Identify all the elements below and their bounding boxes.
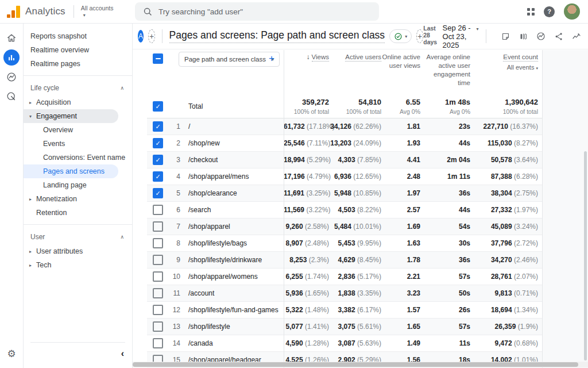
analytics-logo-icon	[7, 5, 20, 18]
table-row[interactable]: 7 /shop/apparel 9,260 (2.58%) 5,484 (10.…	[147, 218, 542, 235]
row-checkbox[interactable]	[153, 121, 163, 132]
row-page-path: /shop/lifestyle	[180, 323, 284, 331]
expand-arrow-icon[interactable]: ▸	[28, 100, 33, 105]
table-row[interactable]: 8 /shop/lifestyle/bags 8,907 (2.48%) 5,4…	[147, 235, 542, 252]
column-header-views[interactable]: ↓Views	[284, 53, 329, 87]
app-name: Analytics	[25, 6, 65, 17]
row-checkbox[interactable]	[153, 221, 163, 232]
row-rank: 9	[168, 256, 180, 264]
explore-icon[interactable]	[0, 67, 23, 87]
search-placeholder: Try searching "add user"	[158, 7, 243, 16]
table-row[interactable]: 6 /search 11,569 (3.22%) 4,503 (8.22%) 2…	[147, 202, 542, 218]
sidebar-item-conversions-event-name[interactable]: Conversions: Event name	[24, 151, 132, 164]
row-rank: 2	[168, 139, 180, 147]
column-header-avg-engagement-time[interactable]: Average online active user engagement ti…	[420, 53, 470, 87]
row-rank: 8	[168, 239, 180, 247]
collapse-sidebar-icon[interactable]: ‹	[121, 348, 124, 359]
reports-icon[interactable]	[0, 48, 23, 67]
verified-badge[interactable]: ▾	[389, 29, 412, 43]
column-header-online-active-user-views[interactable]: Online active user views	[381, 53, 420, 87]
table-row[interactable]: 4 /shop/apparel/mens 17,196 (4.79%) 6,93…	[147, 168, 542, 185]
sidebar-item-monetization[interactable]: ▸ Monetization	[24, 192, 132, 206]
sidebar-item-acquisition[interactable]: ▸ Acquisition	[24, 95, 132, 109]
customize-report-icon[interactable]	[571, 30, 582, 42]
row-checkbox[interactable]	[153, 171, 163, 182]
row-rank: 7	[168, 223, 180, 231]
expand-arrow-icon[interactable]: ▸	[28, 197, 33, 202]
apps-grid-icon[interactable]	[527, 8, 535, 16]
expand-arrow-icon[interactable]: ▸	[28, 263, 33, 268]
row-page-path: /canada	[180, 339, 284, 347]
row-checkbox[interactable]	[153, 188, 163, 198]
user-avatar[interactable]	[564, 3, 580, 20]
advertising-icon[interactable]	[0, 87, 23, 106]
comparison-icon[interactable]	[517, 30, 529, 42]
sidebar-item-overview[interactable]: Overview	[24, 123, 132, 137]
sidebar-item-retention[interactable]: Retention	[24, 206, 132, 220]
table-row[interactable]: 9 /shop/lifestyle/drinkware 8,253 (2.3%)…	[147, 252, 542, 269]
sidebar-divider	[30, 342, 125, 343]
row-checkbox[interactable]	[153, 305, 163, 315]
vertical-scrollbar[interactable]	[584, 151, 587, 361]
totals-checkbox[interactable]	[153, 101, 163, 112]
insights-icon[interactable]	[535, 30, 547, 42]
row-checkbox[interactable]	[153, 138, 163, 148]
sidebar-item-tech[interactable]: ▸ Tech	[24, 258, 132, 272]
sidebar-item-reports-snapshot[interactable]: Reports snapshot	[24, 29, 132, 43]
home-icon[interactable]	[0, 28, 23, 48]
main-content: A + Pages and screens: Page path and scr…	[133, 24, 588, 368]
chevron-down-icon: ▾	[405, 34, 407, 39]
notes-icon[interactable]	[500, 30, 511, 42]
sidebar-item-realtime-pages[interactable]: Realtime pages	[24, 57, 132, 71]
table-row[interactable]: 5 /shop/clearance 11,691 (3.25%) 5,948 (…	[147, 185, 542, 202]
sidebar-item-life-cycle[interactable]: Life cycle ∧	[24, 80, 132, 95]
event-filter-dropdown[interactable]: All events ▾	[470, 63, 538, 72]
table-row[interactable]: 12 /shop/lifestyle/fun-and-games 5,322 (…	[147, 302, 542, 319]
table-row[interactable]: 14 /canada 4,590 (1.28%) 3,087 (5.63%) 1…	[147, 335, 542, 352]
table-row[interactable]: 13 /shop/lifestyle 5,077 (1.41%) 3,075 (…	[147, 319, 542, 335]
row-checkbox[interactable]	[153, 255, 163, 265]
admin-gear-icon[interactable]: ⚙	[0, 348, 23, 360]
row-checkbox[interactable]	[153, 238, 163, 248]
sidebar-item-user-attributes[interactable]: ▸ User attributes	[24, 244, 132, 258]
property-avatar[interactable]: A	[138, 30, 144, 43]
sidebar-item-realtime-overview[interactable]: Realtime overview	[24, 43, 132, 57]
sidebar-item-events[interactable]: Events	[24, 137, 132, 151]
row-page-path: /shop/lifestyle/bags	[180, 239, 284, 247]
column-header-active-users[interactable]: Active users	[329, 53, 381, 87]
add-comparison-icon[interactable]: +	[416, 29, 423, 43]
row-page-path: /shop/lifestyle/drinkware	[180, 256, 284, 264]
table-row[interactable]: 10 /shop/apparel/womens 6,255 (1.74%) 2,…	[147, 269, 542, 285]
table-row[interactable]: 1 / 61,732 (17.18%) 34,126 (62.26%) 1.81…	[147, 118, 542, 135]
search-input[interactable]: Try searching "add user"	[135, 2, 379, 21]
horizontal-scrollbar-track	[133, 362, 588, 367]
report-title[interactable]: Pages and screens: Page path and screen …	[169, 29, 385, 43]
column-header-event-count[interactable]: Event count All events ▾	[470, 53, 538, 87]
row-checkbox[interactable]	[153, 205, 163, 215]
sidebar-item-pages-and-screens[interactable]: Pages and screens	[24, 164, 118, 178]
table-header: Page path and screen class ▾ + ↓Views Ac…	[147, 50, 542, 95]
row-checkbox[interactable]	[153, 271, 163, 282]
row-checkbox[interactable]	[153, 338, 163, 348]
expand-arrow-icon[interactable]: ▾	[28, 114, 33, 119]
row-checkbox[interactable]	[153, 321, 163, 332]
share-icon[interactable]	[553, 30, 564, 42]
sidebar-item-user[interactable]: User ∧	[24, 229, 132, 244]
table-right-border	[542, 50, 543, 368]
row-page-path: /checkout	[180, 156, 284, 164]
row-rank: 5	[168, 189, 180, 197]
date-range-picker[interactable]: Last 28 days Sep 26 - Oct 23, 2025 ▾	[423, 24, 478, 49]
add-property-icon[interactable]: +	[148, 29, 155, 43]
sidebar-item-engagement[interactable]: ▾ Engagement	[24, 109, 118, 123]
sidebar-divider	[24, 75, 132, 76]
horizontal-scrollbar[interactable]	[133, 362, 578, 367]
sidebar-item-landing-page[interactable]: Landing page	[24, 178, 132, 192]
row-checkbox[interactable]	[153, 288, 163, 298]
row-checkbox[interactable]	[153, 155, 163, 165]
account-switcher[interactable]: All accounts ▾	[81, 5, 114, 18]
help-icon[interactable]: ?	[544, 6, 555, 17]
table-row[interactable]: 2 /shop/new 25,546 (7.11%) 13,203 (24.09…	[147, 135, 542, 152]
table-row[interactable]: 11 /account 5,936 (1.65%) 1,838 (3.35%) …	[147, 285, 542, 302]
expand-arrow-icon[interactable]: ▸	[28, 249, 33, 254]
table-row[interactable]: 3 /checkout 18,994 (5.29%) 4,303 (7.85%)…	[147, 152, 542, 168]
